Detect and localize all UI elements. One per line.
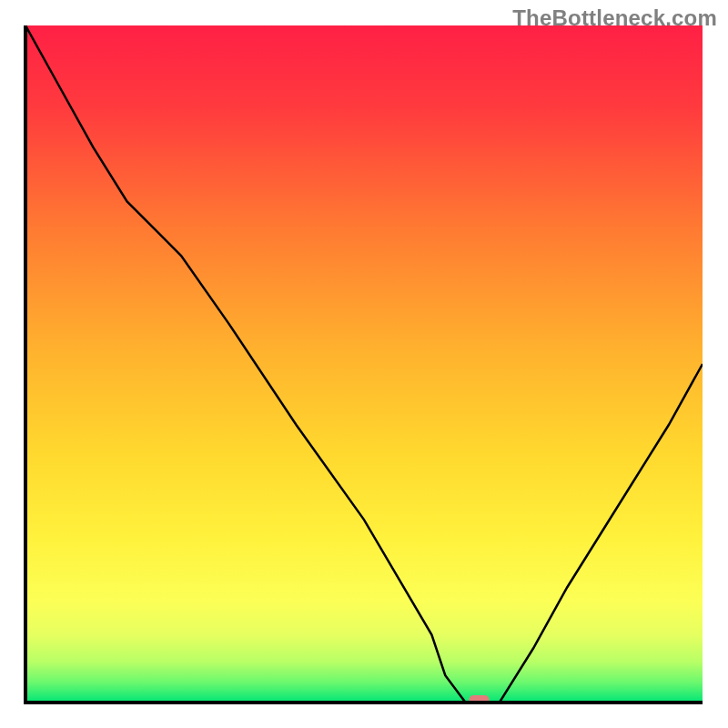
chart-container: TheBottleneck.com <box>0 0 728 728</box>
plot-background <box>25 25 703 703</box>
chart-svg <box>0 0 728 728</box>
watermark-text: TheBottleneck.com <box>512 5 717 31</box>
